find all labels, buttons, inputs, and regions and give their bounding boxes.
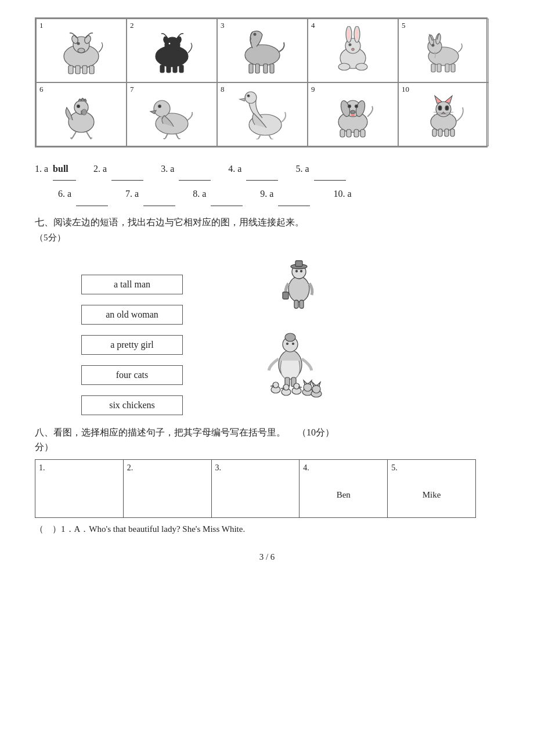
- svg-rect-6: [82, 66, 87, 74]
- fill-prefix-1: a: [44, 158, 48, 180]
- svg-rect-20: [249, 64, 253, 73]
- svg-rect-97: [438, 129, 442, 136]
- fill-num-8: 8: [193, 183, 197, 205]
- svg-point-9: [77, 42, 80, 45]
- svg-line-50: [86, 132, 90, 138]
- svg-point-131: [287, 343, 288, 344]
- horse-icon: [230, 26, 294, 75]
- animal-cell-2: 2: [127, 19, 217, 82]
- animal-cell-7: 7: [127, 82, 217, 146]
- image-cell-4: 4. Ben: [300, 459, 388, 517]
- image-cell-2: 2.: [123, 459, 211, 517]
- fill-answer-6: [76, 183, 108, 206]
- svg-line-66: [258, 135, 261, 139]
- image-cell-3: 3.: [211, 459, 300, 517]
- fill-answer-1: bull: [53, 158, 76, 181]
- fill-in-section: 1. a bull 2. a 3. a 4. a 5. a 6. a 7. a: [35, 158, 499, 206]
- svg-line-67: [269, 135, 271, 139]
- animal-cell-3: 3: [217, 19, 308, 82]
- fill-answer-7: [143, 183, 175, 206]
- match-img-woman-chicks-icon: [264, 327, 334, 402]
- animal-cell-8: 8: [217, 82, 308, 146]
- animal-cell-1: 1: [36, 19, 127, 82]
- svg-rect-105: [294, 300, 298, 308]
- svg-rect-41: [445, 64, 449, 72]
- rabbit-icon: [321, 26, 385, 75]
- svg-rect-81: [354, 129, 359, 137]
- answer-line-1: （ ）1．A．Who's that beautiful lady? She's …: [35, 524, 499, 535]
- svg-rect-7: [89, 66, 94, 74]
- fill-item-10: 10. a: [333, 183, 351, 205]
- svg-rect-16: [173, 65, 177, 73]
- svg-line-57: [165, 134, 168, 138]
- fill-answer-9: [278, 183, 310, 206]
- svg-point-100: [288, 276, 309, 302]
- svg-point-13: [176, 36, 182, 44]
- svg-point-46: [77, 105, 80, 107]
- cat-icon: [412, 90, 475, 139]
- fill-item-3: 3. a: [161, 158, 211, 181]
- svg-point-29: [348, 28, 351, 40]
- fill-answer-4: [246, 158, 278, 181]
- svg-marker-119: [281, 388, 284, 389]
- svg-point-24: [254, 33, 256, 35]
- svg-rect-79: [340, 129, 345, 137]
- svg-point-107: [296, 270, 298, 272]
- svg-point-108: [301, 270, 302, 272]
- svg-point-53: [82, 109, 86, 115]
- svg-point-132: [293, 343, 294, 344]
- fill-item-6: 6. a: [58, 183, 108, 206]
- svg-point-78: [351, 110, 355, 114]
- fill-item-7: 7. a: [125, 183, 175, 206]
- svg-line-58: [176, 134, 178, 138]
- svg-point-8: [78, 48, 85, 53]
- match-image-1: [264, 251, 334, 315]
- fill-num-3: 3: [161, 158, 165, 180]
- section7-content: a tall man an old woman a pretty girl fo…: [35, 251, 488, 415]
- svg-point-32: [356, 63, 367, 70]
- svg-marker-122: [299, 387, 302, 388]
- svg-point-111: [285, 333, 295, 341]
- fill-answer-2: [111, 158, 143, 181]
- svg-rect-80: [347, 129, 351, 137]
- svg-point-30: [356, 28, 359, 40]
- page-number: 3 / 6: [35, 552, 499, 562]
- images-col: [264, 251, 334, 397]
- image-table-row: 1. 2. 3. 4. Ben 5. Mike: [35, 459, 476, 517]
- svg-point-34: [352, 48, 354, 51]
- phrase-box-2: an old woman: [81, 305, 183, 325]
- svg-rect-103: [295, 261, 302, 267]
- section7-inner: a tall man an old woman a pretty girl fo…: [35, 251, 488, 415]
- section-7: 七、阅读左边的短语，找出右边与它相对应的图，用线连接起来。 （5分） a tal…: [35, 217, 499, 415]
- image-table: 1. 2. 3. 4. Ben 5. Mike: [35, 459, 476, 518]
- animal-grid-container: 1: [35, 17, 488, 147]
- fill-num-4: 4: [228, 158, 233, 180]
- svg-rect-40: [437, 64, 441, 72]
- svg-point-43: [432, 44, 434, 46]
- image-cell-1: 1.: [35, 459, 124, 517]
- svg-rect-15: [167, 65, 171, 73]
- svg-rect-39: [431, 64, 435, 72]
- svg-marker-130: [317, 382, 320, 386]
- animal-cell-5: 5: [398, 19, 489, 82]
- fill-item-8: 8. a: [193, 183, 243, 206]
- animal-cell-6: 6: [36, 82, 127, 146]
- fill-answer-5: [314, 158, 346, 181]
- svg-point-65: [247, 95, 250, 97]
- svg-point-89: [438, 106, 442, 110]
- chicken-icon: [49, 90, 113, 139]
- svg-rect-17: [179, 65, 183, 73]
- svg-marker-125: [304, 380, 307, 384]
- svg-point-90: [445, 106, 449, 110]
- svg-point-33: [349, 44, 351, 46]
- svg-marker-116: [270, 386, 273, 387]
- dog-icon: [321, 90, 385, 139]
- svg-rect-82: [360, 129, 365, 137]
- svg-rect-5: [75, 66, 80, 74]
- section8-points-line2: 分）: [35, 441, 499, 453]
- svg-point-64: [245, 92, 257, 103]
- svg-rect-96: [432, 129, 436, 136]
- svg-point-56: [158, 105, 161, 107]
- fill-item-9: 9. a: [260, 183, 310, 206]
- fill-num-1: 1: [35, 158, 39, 180]
